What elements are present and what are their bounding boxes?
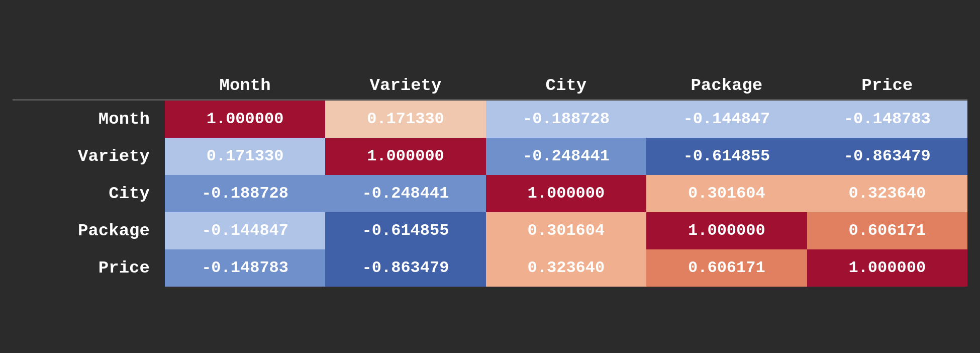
cell-r3-c0: -0.144847 — [165, 212, 325, 249]
header-empty — [13, 67, 165, 100]
cell-r2-c4: 0.323640 — [807, 175, 967, 212]
cell-r3-c1: -0.614855 — [325, 212, 485, 249]
header-month: Month — [165, 67, 325, 100]
header-city: City — [486, 67, 646, 100]
cell-r4-c2: 0.323640 — [486, 249, 646, 287]
cell-r4-c4: 1.000000 — [807, 249, 967, 287]
cell-r1-c3: -0.614855 — [646, 138, 807, 175]
cell-r3-c4: 0.606171 — [807, 212, 967, 249]
header-variety: Variety — [325, 67, 485, 100]
header-package: Package — [646, 67, 807, 100]
cell-r1-c1: 1.000000 — [325, 138, 485, 175]
header-row: Month Variety City Package Price — [13, 67, 967, 100]
row-label-city: City — [13, 175, 165, 212]
cell-r0-c0: 1.000000 — [165, 100, 325, 138]
cell-r4-c0: -0.148783 — [165, 249, 325, 287]
row-label-price: Price — [13, 249, 165, 287]
cell-r2-c1: -0.248441 — [325, 175, 485, 212]
row-label-variety: Variety — [13, 138, 165, 175]
cell-r3-c2: 0.301604 — [486, 212, 646, 249]
table-row: Price-0.148783-0.8634790.3236400.6061711… — [13, 249, 967, 287]
cell-r0-c4: -0.148783 — [807, 100, 967, 138]
header-price: Price — [807, 67, 967, 100]
table-row: Month1.0000000.171330-0.188728-0.144847-… — [13, 100, 967, 138]
cell-r0-c2: -0.188728 — [486, 100, 646, 138]
table-row: City-0.188728-0.2484411.0000000.3016040.… — [13, 175, 967, 212]
cell-r4-c3: 0.606171 — [646, 249, 807, 287]
table-row: Package-0.144847-0.6148550.3016041.00000… — [13, 212, 967, 249]
cell-r0-c1: 0.171330 — [325, 100, 485, 138]
row-label-month: Month — [13, 100, 165, 138]
table-row: Variety0.1713301.000000-0.248441-0.61485… — [13, 138, 967, 175]
cell-r0-c3: -0.144847 — [646, 100, 807, 138]
cell-r1-c0: 0.171330 — [165, 138, 325, 175]
cell-r2-c2: 1.000000 — [486, 175, 646, 212]
cell-r4-c1: -0.863479 — [325, 249, 485, 287]
cell-r1-c4: -0.863479 — [807, 138, 967, 175]
correlation-matrix: Month Variety City Package Price Month1.… — [13, 67, 967, 287]
cell-r2-c0: -0.188728 — [165, 175, 325, 212]
cell-r2-c3: 0.301604 — [646, 175, 807, 212]
cell-r1-c2: -0.248441 — [486, 138, 646, 175]
cell-r3-c3: 1.000000 — [646, 212, 807, 249]
row-label-package: Package — [13, 212, 165, 249]
